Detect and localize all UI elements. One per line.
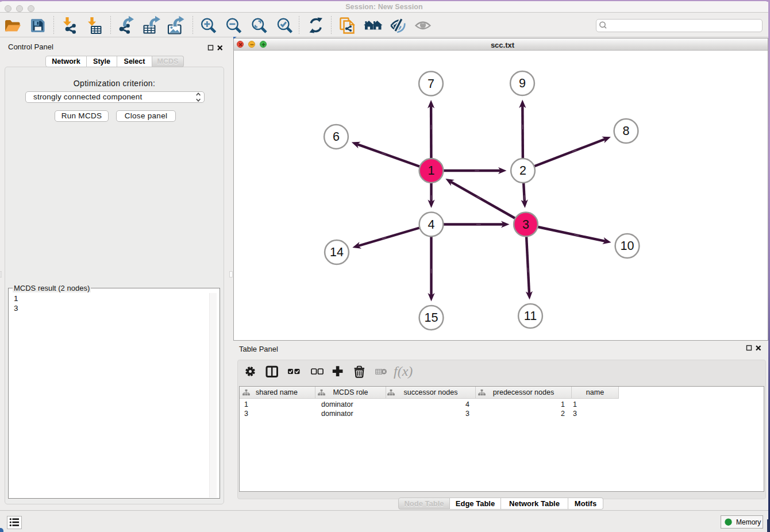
svg-text:Memory: Memory <box>736 518 761 526</box>
svg-text:f(x): f(x) <box>394 364 413 379</box>
